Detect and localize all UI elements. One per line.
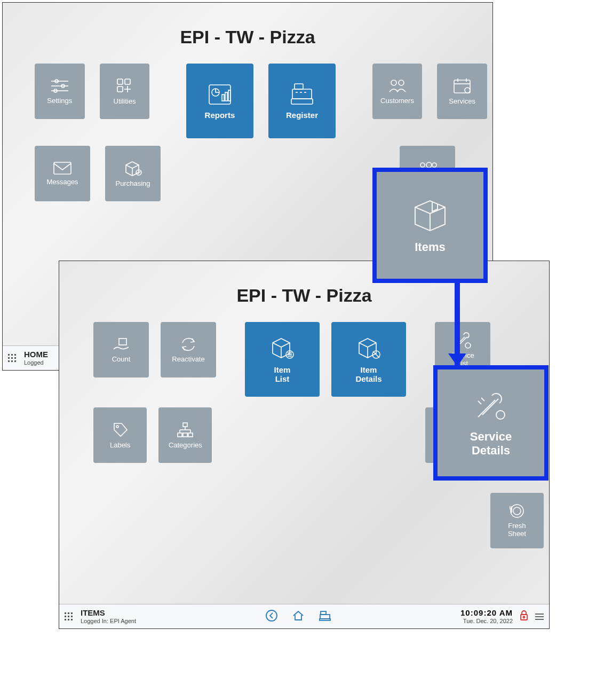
home-button[interactable]: [292, 609, 305, 624]
screen-name: ITEMS: [81, 609, 136, 618]
tile-label: Categories: [169, 442, 202, 450]
svg-rect-72: [521, 615, 527, 620]
svg-rect-71: [320, 619, 330, 620]
clock: 10:09:20 AM Tue. Dec. 20, 2022: [460, 609, 513, 624]
time-label: 10:09:20 AM: [460, 609, 513, 618]
apps-icon: [116, 77, 133, 95]
svg-rect-15: [228, 90, 231, 101]
svg-point-44: [465, 343, 471, 348]
svg-rect-47: [178, 433, 182, 437]
reactivate-tile[interactable]: Reactivate: [161, 322, 216, 377]
arrow-connector: [455, 283, 460, 365]
status-right: 10:09:20 AM Tue. Dec. 20, 2022: [460, 609, 544, 624]
svg-rect-7: [125, 79, 130, 84]
svg-point-34: [432, 163, 436, 167]
tile-label: Item List: [274, 365, 291, 384]
lock-icon: [519, 610, 529, 622]
svg-point-28: [465, 88, 470, 93]
screen-name: HOME: [24, 350, 48, 359]
utilities-tile[interactable]: Utilities: [100, 64, 150, 119]
box-detail-icon: [354, 335, 384, 362]
svg-rect-48: [183, 433, 187, 437]
tile-label: Services: [449, 98, 475, 106]
svg-rect-46: [183, 423, 187, 427]
hand-box-icon: [112, 336, 131, 352]
tile-label: Labels: [110, 442, 130, 450]
report-icon: [206, 82, 234, 107]
settings-tile[interactable]: Settings: [35, 64, 85, 119]
svg-rect-8: [117, 86, 123, 92]
purchasing-tile[interactable]: Purchasing: [105, 146, 161, 201]
tag-icon: [111, 421, 129, 438]
items-callout[interactable]: Items: [372, 168, 488, 283]
messages-tile[interactable]: Messages: [35, 146, 90, 201]
box-icon: [409, 196, 451, 234]
svg-rect-29: [54, 162, 71, 174]
menu-button[interactable]: [535, 614, 544, 620]
box-list-icon: [267, 335, 297, 362]
back-button[interactable]: [265, 609, 278, 624]
status-left: HOME Logged: [24, 350, 48, 366]
tile-label: Reactivate: [172, 356, 204, 364]
svg-rect-16: [295, 84, 303, 89]
page-title: EPI - TW - Pizza: [3, 3, 492, 64]
register-tile[interactable]: Register: [268, 64, 336, 138]
tools-large-icon: [471, 388, 511, 424]
svg-point-23: [399, 80, 404, 85]
calendar-icon: [452, 77, 472, 95]
svg-rect-35: [119, 339, 126, 345]
sliders-icon: [50, 78, 69, 94]
svg-point-65: [513, 507, 521, 515]
status-center: [144, 609, 453, 624]
service-details-callout[interactable]: Service Details: [433, 365, 549, 481]
svg-rect-6: [117, 79, 123, 84]
status-bar: ITEMS Logged In: EPI Agent 10:09:20 AM T…: [59, 604, 549, 628]
refresh-icon: [179, 336, 197, 352]
fresh-sheet-tile[interactable]: Fresh Sheet: [490, 493, 544, 548]
tile-label: Reports: [205, 111, 235, 120]
callout-label: Service Details: [470, 430, 512, 458]
svg-point-73: [523, 616, 525, 618]
count-tile[interactable]: Count: [93, 322, 149, 377]
logged-in-label: Logged In: EPI Agent: [81, 618, 136, 624]
register-small-icon: [319, 609, 331, 622]
svg-point-45: [116, 426, 118, 428]
lock-button[interactable]: [519, 610, 529, 624]
svg-point-32: [420, 163, 425, 167]
svg-rect-18: [291, 99, 313, 104]
svg-point-68: [266, 610, 277, 621]
item-list-tile[interactable]: Item List: [245, 322, 320, 397]
callout-label: Items: [415, 240, 445, 254]
tile-label: Utilities: [114, 98, 136, 106]
customers-tile[interactable]: Customers: [372, 64, 423, 119]
logged-in-label: Logged: [24, 359, 48, 366]
svg-rect-49: [188, 433, 193, 437]
categories-tile[interactable]: Categories: [158, 407, 212, 463]
item-details-tile[interactable]: Item Details: [331, 322, 406, 397]
svg-point-64: [511, 505, 523, 517]
tile-label: Purchasing: [115, 180, 150, 188]
tile-label: Customers: [380, 97, 414, 105]
reports-tile[interactable]: Reports: [186, 64, 253, 138]
tile-label: Item Details: [355, 365, 381, 384]
home-icon: [292, 609, 305, 622]
tile-label: Register: [286, 111, 318, 120]
envelope-icon: [53, 161, 72, 175]
tile-label: Messages: [46, 178, 78, 186]
tile-label: Count: [112, 356, 131, 364]
svg-point-22: [391, 80, 396, 85]
labels-tile[interactable]: Labels: [93, 407, 147, 463]
svg-rect-14: [225, 92, 227, 101]
grip-icon[interactable]: [8, 354, 17, 363]
svg-rect-17: [292, 89, 312, 99]
svg-rect-24: [454, 80, 470, 93]
svg-rect-69: [321, 611, 326, 615]
date-label: Tue. Dec. 20, 2022: [460, 618, 513, 624]
hierarchy-icon: [176, 421, 195, 438]
services-tile[interactable]: Services: [437, 64, 487, 119]
tile-label: Settings: [47, 97, 72, 105]
register-button[interactable]: [319, 609, 331, 624]
tile-label: Fresh Sheet: [508, 522, 526, 538]
grip-icon[interactable]: [65, 612, 73, 621]
svg-point-75: [496, 411, 505, 419]
